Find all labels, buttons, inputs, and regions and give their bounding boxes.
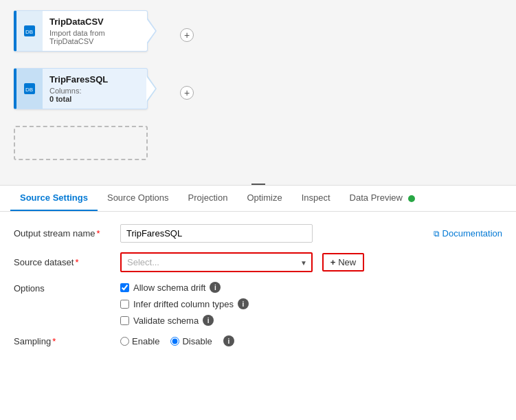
node-trip-data-csv[interactable]: DB TripDataCSV Import data from TripData…	[14, 10, 148, 52]
allow-schema-drift-row: Allow schema drift i	[120, 282, 249, 293]
plus-icon: +	[330, 257, 336, 267]
documentation-link[interactable]: ⧉ Documentation	[434, 228, 502, 239]
svg-text:DB: DB	[25, 87, 33, 93]
tab-source-options[interactable]: Source Options	[98, 186, 179, 211]
svg-text:DB: DB	[25, 29, 33, 35]
validate-schema-info-icon: i	[203, 315, 214, 326]
external-link-icon: ⧉	[434, 229, 440, 239]
node-arrow-sql	[147, 75, 157, 102]
sampling-enable-option[interactable]: Enable	[120, 336, 159, 346]
node-trip-fares-sql[interactable]: DB TripFaresSQL Columns: 0 total	[14, 68, 148, 109]
validate-schema-checkbox[interactable]	[120, 316, 129, 325]
node-icon-csv: DB	[16, 11, 43, 51]
data-preview-status-dot	[408, 195, 415, 202]
placeholder-box	[14, 126, 148, 160]
tab-source-settings[interactable]: Source Settings	[10, 186, 98, 211]
canvas-area: DB TripDataCSV Import data from TripData…	[0, 0, 516, 186]
source-dataset-select[interactable]: Select...	[120, 252, 313, 272]
add-after-sql-button[interactable]: +	[180, 86, 194, 100]
output-stream-label: Output stream name*	[14, 228, 120, 239]
sampling-row: Sampling* Enable Disable i	[14, 335, 502, 346]
sampling-disable-radio[interactable]	[170, 337, 179, 346]
sampling-disable-option[interactable]: Disable	[170, 336, 212, 346]
sampling-info-icon: i	[223, 335, 234, 346]
node-icon-sql: DB	[16, 69, 43, 109]
sampling-label: Sampling*	[14, 336, 120, 346]
node-title-sql: TripFaresSQL	[49, 74, 140, 85]
infer-drifted-checkbox[interactable]	[120, 300, 129, 309]
validate-schema-row: Validate schema i	[120, 315, 249, 326]
divider	[251, 184, 265, 185]
options-label: Options	[14, 282, 120, 294]
infer-drifted-row: Infer drifted column types i	[120, 298, 249, 309]
validate-schema-label: Validate schema	[133, 316, 199, 326]
node-arrow-csv	[147, 17, 157, 45]
node-subtitle-csv: Import data from TripDataCSV	[49, 29, 140, 45]
allow-schema-drift-label: Allow schema drift	[133, 283, 205, 293]
tab-data-preview[interactable]: Data Preview	[340, 186, 425, 211]
node-subtitle-sql: Columns: 0 total	[49, 87, 140, 103]
settings-panel: Output stream name* ⧉ Documentation Sour…	[0, 212, 516, 368]
source-dataset-row: Source dataset* Select... ▼ + New	[14, 252, 502, 272]
sampling-radio-group: Enable Disable i	[120, 335, 234, 346]
source-dataset-wrapper: Select... ▼	[120, 252, 313, 272]
infer-drifted-info-icon: i	[238, 298, 249, 309]
allow-schema-drift-checkbox[interactable]	[120, 283, 129, 292]
new-dataset-button[interactable]: + New	[322, 253, 365, 272]
sampling-enable-radio[interactable]	[120, 337, 129, 346]
tab-inspect[interactable]: Inspect	[292, 186, 340, 211]
tab-projection[interactable]: Projection	[179, 186, 238, 211]
allow-schema-drift-info-icon: i	[210, 282, 221, 293]
options-row: Options Allow schema drift i Infer drift…	[14, 282, 502, 326]
source-dataset-label: Source dataset*	[14, 257, 120, 267]
add-after-csv-button[interactable]: +	[180, 28, 194, 42]
tab-bar: Source Settings Source Options Projectio…	[0, 186, 516, 212]
output-stream-input[interactable]	[120, 224, 313, 243]
tab-optimize[interactable]: Optimize	[237, 186, 291, 211]
infer-drifted-label: Infer drifted column types	[133, 299, 234, 309]
node-title-csv: TripDataCSV	[49, 16, 140, 27]
output-stream-row: Output stream name* ⧉ Documentation	[14, 224, 502, 243]
